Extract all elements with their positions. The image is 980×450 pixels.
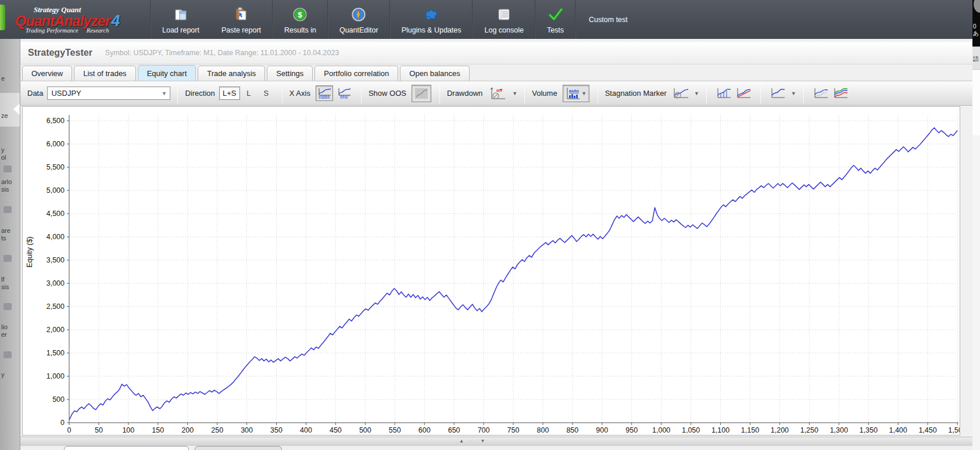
svg-text:6,000: 6,000: [47, 140, 65, 148]
sidebar-item-fragment[interactable]: sis: [1, 283, 9, 290]
drawdown-mode-button[interactable]: off: [488, 85, 507, 101]
equity-line-chart-button[interactable]: [769, 85, 786, 101]
tests-button[interactable]: Tests: [536, 0, 575, 39]
svg-text:1,150: 1,150: [741, 426, 759, 434]
x-axis-trades-button[interactable]: trades: [316, 85, 333, 101]
log-console-button[interactable]: Log console: [473, 0, 534, 39]
direction-option-ls[interactable]: L+S: [219, 87, 240, 100]
sidebar-item-fragment[interactable]: er: [1, 331, 7, 338]
sidebar-item-fragment[interactable]: sis: [1, 186, 9, 193]
plugins-updates-button[interactable]: Plugins & Updates: [391, 0, 473, 39]
results-coin-icon: $: [292, 5, 308, 24]
background-window-body: [972, 70, 980, 135]
sidebar-item-fragment[interactable]: y: [1, 371, 5, 378]
sidebar-item-fragment[interactable]: lf: [1, 276, 5, 283]
logo-green-bar-icon: [0, 5, 5, 30]
tab-settings[interactable]: Settings: [267, 66, 313, 81]
drawdown-label: Drawdown: [447, 89, 482, 98]
chart-type-dropdown-arrow[interactable]: ▼: [791, 91, 796, 96]
page-subtitle: Symbol: USDJPY, Timeframe: M1, Date Rang…: [105, 49, 339, 57]
tab-trade-analysis[interactable]: Trade analysis: [198, 66, 265, 81]
sidebar-item-icon: [3, 303, 12, 310]
control-separator: [439, 84, 440, 103]
collapse-up-icon[interactable]: ▲: [459, 438, 465, 444]
direction-option-l[interactable]: L: [240, 87, 257, 100]
tab-open-balances[interactable]: Open balances: [400, 66, 469, 81]
bottom-partial-tab[interactable]: [195, 446, 282, 450]
compare-lines-chart-button[interactable]: [812, 85, 829, 101]
drawdown-off-icon: off: [489, 87, 506, 100]
direction-option-s[interactable]: S: [257, 87, 275, 100]
load-report-icon: [173, 5, 189, 24]
bottom-partial-tab[interactable]: [64, 446, 189, 450]
volume-dropdown-arrow[interactable]: ▼: [581, 91, 586, 96]
svg-text:150: 150: [152, 426, 164, 434]
collapse-down-icon[interactable]: ▼: [481, 438, 487, 444]
paste-report-button[interactable]: Paste report: [210, 0, 272, 39]
tab-equity-chart[interactable]: Equity chart: [138, 65, 196, 81]
svg-text:1,300: 1,300: [830, 426, 848, 434]
equity-with-trend-chart-button[interactable]: [735, 85, 752, 101]
equity-trend-chart-icon: [736, 88, 751, 99]
sidebar-item-fragment[interactable]: e: [1, 75, 5, 82]
svg-text:2,000: 2,000: [47, 326, 65, 334]
svg-text:1,350: 1,350: [860, 426, 878, 434]
show-oos-toggle[interactable]: [412, 85, 431, 102]
svg-text:5,000: 5,000: [47, 186, 65, 195]
equity-with-drops-chart-button[interactable]: [715, 85, 732, 101]
svg-text:500: 500: [359, 426, 371, 434]
svg-text:750: 750: [507, 426, 520, 434]
svg-text:6,500: 6,500: [47, 117, 65, 125]
control-separator: [760, 84, 761, 103]
splitter-collapse-control[interactable]: ▲ ···· ▼: [459, 438, 487, 444]
volume-mode-button[interactable]: auto ▼: [563, 85, 589, 102]
svg-text:800: 800: [537, 426, 549, 434]
oos-chart-icon: [415, 88, 428, 99]
svg-text:700: 700: [478, 426, 490, 434]
sidebar-item-fragment[interactable]: ol: [1, 154, 6, 161]
data-dropdown[interactable]: USDJPY ▼: [47, 87, 170, 100]
quanteditor-button[interactable]: QuantEditor: [328, 0, 389, 39]
multi-series-chart-button[interactable]: [832, 85, 849, 101]
multi-series-chart-icon: [833, 88, 848, 99]
sidebar-item-fragment[interactable]: y: [1, 146, 5, 153]
sidebar-item-fragment[interactable]: lio: [1, 323, 8, 330]
svg-text:5,500: 5,500: [47, 163, 65, 171]
background-window-text: 語: [973, 55, 979, 63]
svg-text:4,500: 4,500: [47, 210, 65, 218]
sidebar-item-fragment[interactable]: are: [1, 227, 10, 234]
drawdown-dropdown-arrow[interactable]: ▼: [512, 91, 517, 96]
equity-drops-chart-icon: [716, 88, 731, 99]
paste-report-icon: [233, 5, 249, 24]
tab-portfolio-correlation[interactable]: Portfolio correlation: [314, 66, 398, 81]
results-in-button[interactable]: $ Results in: [273, 0, 327, 39]
stagnation-marker-label: Stagnation Marker: [605, 89, 667, 98]
svg-text:0: 0: [60, 419, 65, 427]
svg-text:$: $: [298, 10, 303, 19]
sidebar-item-fragment[interactable]: ze: [1, 112, 8, 119]
stagnation-dropdown-arrow[interactable]: ▼: [694, 91, 699, 96]
svg-text:650: 650: [448, 426, 460, 434]
stagnation-marker-button[interactable]: [672, 85, 689, 101]
svg-text:4,000: 4,000: [47, 233, 65, 241]
svg-text:450: 450: [330, 426, 342, 434]
volume-label: Volume: [532, 89, 557, 98]
custom-test-label[interactable]: Custom test: [576, 0, 628, 39]
svg-text:1,450: 1,450: [918, 426, 936, 434]
sidebar-item-icon: [3, 206, 12, 213]
svg-text:Equity ($): Equity ($): [26, 236, 34, 268]
tab-list-of-trades[interactable]: List of trades: [74, 66, 135, 81]
svg-text:1,050: 1,050: [682, 426, 700, 434]
svg-text:off: off: [496, 88, 503, 93]
svg-text:600: 600: [419, 426, 431, 434]
svg-text:350: 350: [270, 426, 282, 434]
sidebar-item-fragment[interactable]: arlo: [1, 178, 12, 185]
load-report-button[interactable]: Load report: [151, 0, 210, 39]
control-separator: [177, 84, 178, 103]
sidebar-item-fragment[interactable]: ts: [1, 235, 6, 242]
svg-text:auto: auto: [569, 88, 579, 93]
tab-overview[interactable]: Overview: [22, 66, 72, 81]
brand-main: QuantAnalyzer4: [15, 15, 150, 27]
data-label: Data: [27, 89, 43, 98]
x-axis-time-button[interactable]: time: [335, 85, 353, 101]
